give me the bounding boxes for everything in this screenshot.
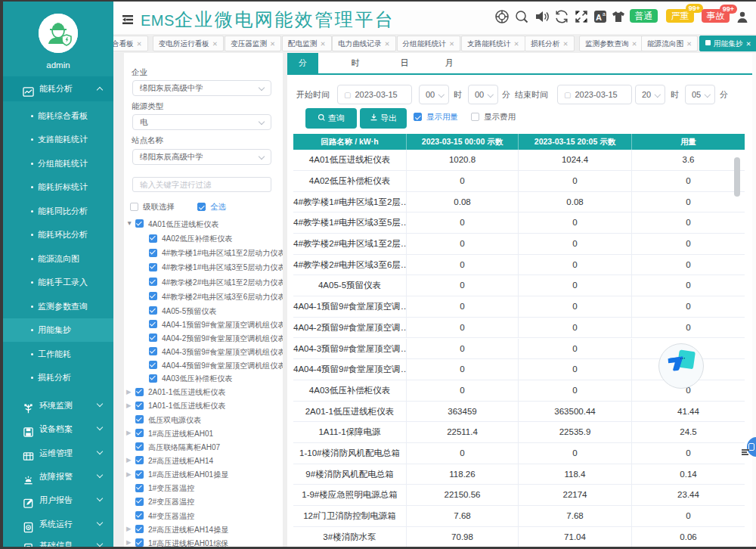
svg-text:A: A xyxy=(596,13,602,22)
svg-text:a: a xyxy=(603,11,606,17)
